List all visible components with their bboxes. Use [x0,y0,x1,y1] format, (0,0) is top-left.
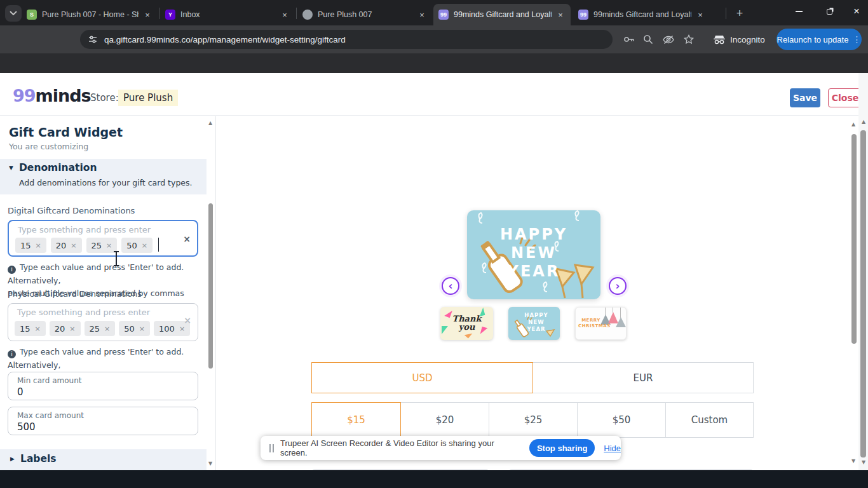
sidebar-scroll-up[interactable]: ▲ [206,120,215,126]
denom-button-custom[interactable]: Custom [666,403,753,437]
bookmark-button[interactable] [681,32,696,47]
save-button[interactable]: Save [790,88,820,107]
screen-share-bar: Trupeer AI Screen Recorder & Video Edito… [261,436,621,460]
chip-15[interactable]: 15× [15,238,46,253]
min-card-amount-label: Min card amount [17,376,82,385]
denomination-section-header[interactable]: ▼ Denomination Add denominations for you… [0,159,207,194]
thumb-text-line: you [440,323,493,331]
denomination-title: Denomination [19,162,97,173]
tab-title: 99minds Giftcard and Loyalt [454,10,552,19]
chip-remove-icon[interactable]: × [69,325,75,333]
tab-close-icon[interactable]: × [280,10,290,20]
clear-input-icon[interactable]: × [183,234,191,244]
chip-value: 100 [159,324,175,334]
preview-scroll-up[interactable]: ▲ [849,121,858,127]
giftcard-design-preview: HAPPY NEW YEAR [467,210,600,299]
mouse-ibeam-cursor [116,252,117,266]
currency-tab-usd[interactable]: USD [311,362,533,393]
denomination-description: Add denominations for your gift card typ… [19,178,193,187]
chip-50[interactable]: 50× [121,238,153,253]
chip-remove-icon[interactable]: × [179,325,185,333]
chip-remove-icon[interactable]: × [35,325,41,333]
drag-handle-icon[interactable] [269,444,274,452]
tab-close-icon[interactable]: × [695,10,705,20]
window-close-button[interactable]: × [845,0,868,23]
tab-search-button[interactable] [5,5,22,22]
tab-close-icon[interactable]: × [142,10,153,20]
labels-section-header[interactable]: ▶ Labels [0,449,207,470]
chip-remove-icon[interactable]: × [106,241,112,250]
sidebar-scrollbar-thumb[interactable] [208,203,213,369]
tab-close-icon[interactable]: × [555,10,566,20]
tab-pure-plush-home[interactable]: S Pure Plush 007 - Home - Sho × [22,4,158,25]
denom-button-25[interactable]: $25 [489,403,578,437]
collapse-arrow-icon: ▼ [9,165,13,171]
chip-remove-icon[interactable]: × [71,241,76,250]
page-scroll-down[interactable]: ▼ [859,459,868,465]
tab-close-icon[interactable]: × [417,10,427,20]
tab-inbox[interactable]: Y Inbox × [160,4,295,25]
close-button[interactable]: Close [828,88,862,107]
denom-button-50[interactable]: $50 [578,403,666,437]
chip-15[interactable]: 15× [15,321,46,336]
sidebar-scroll-down[interactable]: ▼ [206,461,215,466]
tab-99minds-active[interactable]: 99 99minds Giftcard and Loyalt × [433,4,571,25]
tab-pure-plush[interactable]: Pure Plush 007 × [297,4,432,25]
99minds-icon: 99 [438,10,449,20]
carousel-next-button[interactable]: › [609,277,627,295]
chip-remove-icon[interactable]: × [36,241,41,250]
clear-input-icon[interactable]: × [184,315,191,325]
digital-chips-row: 15× 20× 25× 50× [15,238,159,253]
physical-denominations-input[interactable]: Type something and press enter 15× 20× 2… [8,303,198,341]
tab-99minds-second[interactable]: 99 99minds Giftcard and Loyalt × [573,4,710,25]
thumbnail-merry-christmas[interactable]: MERRY CHRISTMAS [575,307,627,340]
chip-50[interactable]: 50× [119,321,150,336]
denom-button-20[interactable]: $20 [401,403,489,437]
key-icon [623,36,635,43]
globe-icon [302,10,313,20]
preview-hidden-button[interactable] [661,32,676,47]
window-minimize-button[interactable] [785,0,812,23]
chip-remove-icon[interactable]: × [142,241,147,250]
passwords-button[interactable] [621,32,637,47]
physical-denominations-label: Physical Giftcard Denominations [8,289,142,299]
chevron-left-icon: ‹ [448,280,452,292]
carousel-prev-button[interactable]: ‹ [442,277,459,295]
chip-remove-icon[interactable]: × [139,325,145,333]
thumb-text-line: NEW [517,319,555,326]
logo-99: 99 [13,86,36,105]
min-card-amount-field[interactable]: Min card amount 0 [8,372,198,400]
thumb-text-line: HAPPY [517,312,555,319]
window-restore-button[interactable] [816,0,843,23]
denom-button-15[interactable]: $15 [311,402,401,438]
share-message: Trupeer AI Screen Recorder & Video Edito… [280,438,522,458]
chip-25[interactable]: 25× [85,321,116,336]
new-tab-button[interactable]: + [732,6,747,21]
thumbnail-text: MERRY CHRISTMAS [578,318,604,329]
address-bar[interactable]: qa.giftcard.99minds.co/app/management/wi… [80,30,613,49]
chip-20[interactable]: 20× [50,321,81,336]
ornament-string [620,308,621,318]
more-menu-icon[interactable]: ⋮ [852,34,861,44]
card-line-3: YEAR [467,262,600,281]
zoom-search-button[interactable] [641,32,656,47]
preview-scrollbar-thumb[interactable] [851,134,857,344]
stop-sharing-button[interactable]: Stop sharing [529,439,595,457]
currency-tab-eur[interactable]: EUR [533,362,754,393]
preview-scroll-down[interactable]: ▼ [849,458,858,464]
chip-remove-icon[interactable]: × [104,325,110,333]
expand-arrow-icon: ▶ [10,456,15,462]
thumbnail-thank-you[interactable]: Thank you [440,307,493,340]
page-scrollbar-track[interactable]: ▲ ▼ [858,73,868,470]
chip-20[interactable]: 20× [51,238,82,253]
thumbnail-happy-new-year[interactable]: HAPPY NEW YEAR [508,307,560,340]
page-scrollbar-thumb[interactable] [860,130,866,458]
max-card-amount-field[interactable]: Max card amount 500 [8,407,198,435]
relaunch-to-update-button[interactable]: Relaunch to update ⋮ [776,29,862,50]
site-settings-icon[interactable] [88,34,98,44]
tab-title: Inbox [180,10,276,19]
digital-denominations-input[interactable]: Type something and press enter 15× 20× 2… [8,220,198,257]
chip-25[interactable]: 25× [86,238,118,253]
hide-link[interactable]: Hide [604,444,621,453]
page-scroll-up[interactable]: ▲ [859,119,868,125]
